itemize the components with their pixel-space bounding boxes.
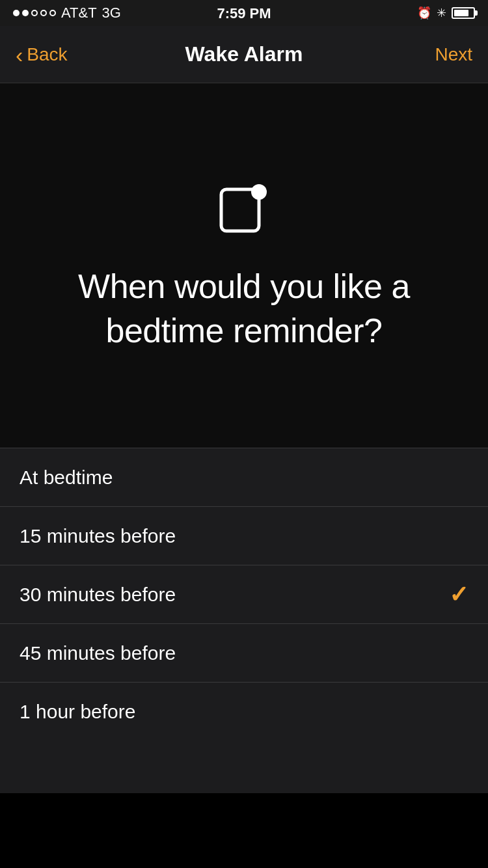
option-at-bedtime[interactable]: At bedtime	[0, 448, 488, 507]
signal-dot-4	[40, 10, 47, 16]
status-left: AT&T 3G	[13, 5, 121, 21]
option-45-min-before[interactable]: 45 minutes before	[0, 624, 488, 683]
carrier-name: AT&T	[61, 5, 97, 21]
alarm-icon: ⏰	[417, 6, 431, 20]
status-right: ⏰ ✳	[417, 6, 475, 20]
signal-dot-3	[31, 10, 38, 16]
back-label: Back	[27, 44, 67, 65]
option-45-min-before-label: 45 minutes before	[20, 642, 176, 664]
nav-title: Wake Alarm	[185, 42, 303, 66]
option-30-min-before-checkmark: ✓	[449, 581, 468, 608]
status-time: 7:59 PM	[217, 5, 271, 22]
bedtime-icon	[215, 178, 273, 239]
option-15-min-before[interactable]: 15 minutes before	[0, 507, 488, 565]
signal-dot-1	[13, 10, 20, 16]
option-1-hour-before-label: 1 hour before	[20, 701, 135, 723]
hero-question: When would you like a bedtime reminder?	[39, 265, 449, 353]
battery-fill	[454, 10, 468, 16]
hero-section: When would you like a bedtime reminder?	[0, 83, 488, 448]
battery-indicator	[452, 7, 475, 19]
option-at-bedtime-label: At bedtime	[20, 467, 113, 489]
nav-bar: ‹ Back Wake Alarm Next	[0, 26, 488, 83]
option-30-min-before[interactable]: 30 minutes before ✓	[0, 565, 488, 624]
option-30-min-before-label: 30 minutes before	[20, 584, 176, 606]
back-chevron-icon: ‹	[16, 44, 23, 66]
signal-strength	[13, 10, 56, 16]
option-1-hour-before[interactable]: 1 hour before	[0, 683, 488, 741]
status-bar: AT&T 3G 7:59 PM ⏰ ✳	[0, 0, 488, 26]
bottom-padding	[0, 741, 488, 793]
options-list: At bedtime 15 minutes before 30 minutes …	[0, 448, 488, 741]
next-button[interactable]: Next	[435, 44, 472, 65]
bluetooth-icon: ✳	[437, 6, 446, 20]
signal-dot-2	[22, 10, 29, 16]
back-button[interactable]: ‹ Back	[16, 44, 68, 66]
option-15-min-before-label: 15 minutes before	[20, 525, 176, 547]
network-type: 3G	[102, 5, 121, 21]
svg-point-1	[251, 184, 267, 200]
signal-dot-5	[49, 10, 56, 16]
